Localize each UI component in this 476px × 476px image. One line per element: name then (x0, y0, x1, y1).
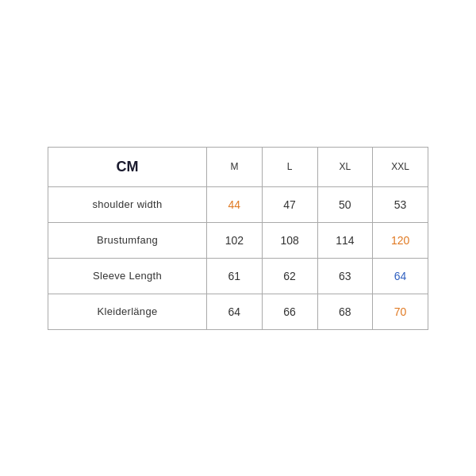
cell-2-3: 64 (373, 258, 428, 294)
cell-3-3: 70 (373, 294, 428, 329)
cell-1-0: 102 (207, 222, 263, 258)
col-header-l: L (262, 147, 317, 186)
size-chart-table: CM M L XL XXL shoulder width44475053Brus… (48, 147, 428, 330)
row-label-0: shoulder width (48, 186, 207, 222)
cell-3-1: 66 (262, 294, 317, 329)
table-row: shoulder width44475053 (48, 186, 428, 222)
col-header-m: M (207, 147, 263, 186)
col-header-xxl: XXL (373, 147, 428, 186)
table-row: Sleeve Length61626364 (48, 258, 428, 294)
cell-2-2: 63 (317, 258, 373, 294)
cell-1-2: 114 (317, 222, 373, 258)
cm-header: CM (48, 147, 207, 186)
cell-0-1: 47 (262, 186, 317, 222)
cell-3-2: 68 (317, 294, 373, 329)
cell-2-1: 62 (262, 258, 317, 294)
cell-2-0: 61 (207, 258, 263, 294)
cell-0-2: 50 (317, 186, 373, 222)
cell-3-0: 64 (207, 294, 263, 329)
cell-0-0: 44 (207, 186, 263, 222)
row-label-2: Sleeve Length (48, 258, 207, 294)
table-header-row: CM M L XL XXL (48, 147, 428, 186)
cell-1-1: 108 (262, 222, 317, 258)
table-row: Brustumfang102108114120 (48, 222, 428, 258)
cell-1-3: 120 (373, 222, 428, 258)
table-row: Kleiderlänge64666870 (48, 294, 428, 329)
size-chart-container: CM M L XL XXL shoulder width44475053Brus… (48, 147, 428, 330)
row-label-3: Kleiderlänge (48, 294, 207, 329)
cell-0-3: 53 (373, 186, 428, 222)
col-header-xl: XL (317, 147, 373, 186)
row-label-1: Brustumfang (48, 222, 207, 258)
